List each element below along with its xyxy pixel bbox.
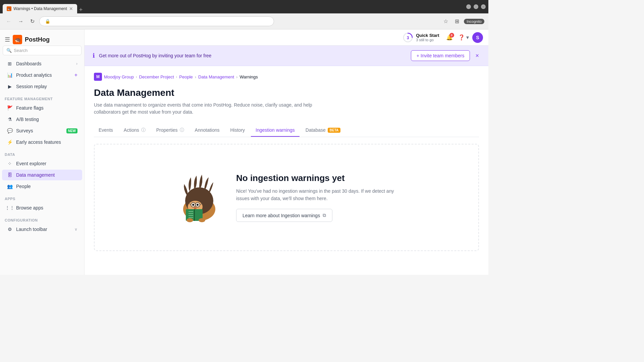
sidebar-search[interactable]: 🔍 Search — [3, 46, 82, 55]
user-avatar[interactable]: S — [472, 32, 483, 43]
help-button[interactable]: ❓ ▾ — [456, 32, 471, 43]
tab-close-button[interactable]: ✕ — [69, 6, 73, 11]
hedgehog-illustration — [176, 171, 223, 224]
dashboards-icon: ⊞ — [7, 61, 13, 67]
tab-history[interactable]: History — [226, 124, 250, 137]
data-management-icon: 🗄 — [7, 172, 13, 178]
sidebar-item-label: Dashboards — [16, 61, 73, 66]
page-title: Data Management — [94, 87, 479, 98]
sidebar-item-browse-apps[interactable]: ⋮⋮ Browse apps — [2, 202, 82, 213]
sidebar-item-people[interactable]: 👥 People — [2, 181, 82, 192]
apps-header: APPS — [0, 193, 84, 202]
notifications-button[interactable]: 🔔 0 — [444, 32, 455, 43]
quickstart-text: Quick Start 3 still to go — [416, 33, 439, 42]
sidebar-item-product-analytics[interactable]: 📊 Product analytics + — [2, 70, 82, 80]
sidebar-item-data-management[interactable]: 🗄 Data management — [2, 170, 82, 180]
sidebar-item-ab-testing[interactable]: ⚗ A/B testing — [2, 114, 82, 125]
tab-title: Warnings • Data Management — [13, 6, 67, 11]
org-avatar: M — [94, 73, 102, 81]
sidebar-item-label: A/B testing — [16, 117, 77, 122]
tab-ingestion-warnings[interactable]: Ingestion warnings — [251, 124, 300, 137]
close-button[interactable]: ✕ — [481, 4, 486, 9]
sidebar-item-surveys[interactable]: 💬 Surveys NEW — [2, 125, 82, 136]
sidebar-toggle-button[interactable]: ☰ — [5, 36, 10, 43]
browser-tabs: 🦔 Warnings • Data Management ✕ + — [3, 0, 85, 13]
tab-properties-label: Properties — [156, 127, 178, 133]
breadcrumb-chevron: › — [136, 75, 137, 79]
banner-close-button[interactable]: × — [474, 52, 480, 59]
app-header: 3 Quick Start 3 still to go 🔔 0 ❓ ▾ S — [85, 29, 488, 46]
sidebar-item-label: Session replay — [16, 84, 77, 89]
empty-state-inner: No ingestion warnings yet Nice! You've h… — [176, 171, 397, 224]
sidebar-item-label: Surveys — [16, 128, 63, 133]
banner-text: Get more out of PostHog by inviting your… — [99, 53, 407, 58]
ab-testing-icon: ⚗ — [7, 116, 13, 122]
tab-events[interactable]: Events — [94, 124, 118, 137]
breadcrumb-section[interactable]: People — [179, 74, 193, 79]
breadcrumb-subsection[interactable]: Data Management — [198, 74, 234, 79]
back-button[interactable]: ← — [4, 17, 13, 26]
new-tab-button[interactable]: + — [77, 6, 85, 13]
tab-properties[interactable]: Properties ⓘ — [152, 124, 189, 137]
svg-text:🦔: 🦔 — [14, 37, 21, 43]
sidebar-item-label: Browse apps — [16, 205, 77, 210]
svg-point-9 — [192, 204, 194, 206]
breadcrumb-org[interactable]: Moodjoy Group — [104, 74, 134, 79]
quickstart-progress-ring: 3 — [402, 32, 413, 43]
page-content: M Moodjoy Group › December Project › Peo… — [85, 66, 488, 258]
app-container: ☰ 🦔 PostHog 🔍 Search ⊞ Dashboards › 📊 Pr… — [0, 29, 488, 275]
sidebar-item-feature-flags[interactable]: 🚩 Feature flags — [2, 103, 82, 113]
empty-state-title: No ingestion warnings yet — [236, 173, 397, 183]
chevron-icon: › — [76, 61, 77, 66]
breadcrumb-separator: › — [195, 74, 196, 79]
sidebar-item-label: Launch toolbar — [16, 227, 71, 232]
breadcrumb: M Moodjoy Group › December Project › Peo… — [94, 73, 479, 81]
chevron-down-icon: ∨ — [74, 227, 77, 232]
url-input[interactable]: app.posthog.com/data-management/ingestio… — [52, 19, 268, 24]
learn-more-button[interactable]: Learn more about Ingestion warnings ⧉ — [236, 209, 332, 222]
breadcrumb-project[interactable]: December Project — [139, 74, 174, 79]
address-bar[interactable]: 🔒 app.posthog.com/data-management/ingest… — [39, 16, 274, 26]
bookmark-button[interactable]: ☆ — [441, 17, 450, 26]
minimize-button[interactable]: − — [466, 4, 471, 9]
logo-icon: 🦔 — [13, 35, 22, 44]
breadcrumb-separator: › — [236, 74, 237, 79]
learn-more-label: Learn more about Ingestion warnings — [243, 213, 320, 218]
svg-point-10 — [194, 207, 197, 209]
external-link-icon: ⧉ — [323, 213, 326, 218]
refresh-button[interactable]: ↻ — [28, 17, 37, 26]
sidebar-item-launch-toolbar[interactable]: ⚙ Launch toolbar ∨ — [2, 224, 82, 235]
page-description: Use data management to organize events t… — [94, 102, 322, 116]
tab-events-label: Events — [99, 127, 113, 133]
sidebar-item-dashboards[interactable]: ⊞ Dashboards › — [2, 58, 82, 69]
search-icon: 🔍 — [6, 48, 12, 53]
invite-team-button[interactable]: + Invite team members — [411, 50, 470, 61]
sidebar-item-session-replay[interactable]: ▶ Session replay — [2, 81, 82, 92]
window-controls: − □ ✕ — [466, 4, 486, 9]
quickstart-circle: 3 — [402, 32, 413, 43]
quickstart-button[interactable]: 3 Quick Start 3 still to go — [399, 30, 442, 45]
surveys-icon: 💬 — [7, 128, 13, 134]
tab-favicon: 🦔 — [7, 6, 11, 11]
people-icon: 👥 — [7, 183, 13, 189]
notification-count: 0 — [449, 33, 454, 38]
configuration-header: CONFIGURATION — [0, 215, 84, 224]
incognito-badge: Incognito — [464, 19, 484, 24]
extensions-button[interactable]: ⊞ — [453, 17, 461, 26]
tab-actions-label: Actions — [124, 127, 139, 133]
sidebar-item-early-access[interactable]: ⚡ Early access features — [2, 137, 82, 147]
browser-chrome: 🦔 Warnings • Data Management ✕ + − □ ✕ — [0, 0, 488, 13]
active-tab[interactable]: 🦔 Warnings • Data Management ✕ — [3, 4, 77, 13]
forward-button[interactable]: → — [16, 17, 25, 26]
sidebar-item-label: Feature flags — [16, 105, 77, 111]
quickstart-subtitle: 3 still to go — [416, 38, 439, 42]
breadcrumb-chevron: › — [176, 75, 177, 79]
tab-annotations[interactable]: Annotations — [190, 124, 224, 137]
tab-info-icon: ⓘ — [141, 127, 146, 133]
tab-database[interactable]: Database BETA — [301, 124, 345, 137]
early-access-icon: ⚡ — [7, 139, 13, 145]
replay-icon: ▶ — [7, 83, 13, 89]
tab-actions[interactable]: Actions ⓘ — [119, 124, 150, 137]
sidebar-item-event-explorer[interactable]: ⁘ Event explorer — [2, 158, 82, 169]
maximize-button[interactable]: □ — [474, 4, 478, 9]
